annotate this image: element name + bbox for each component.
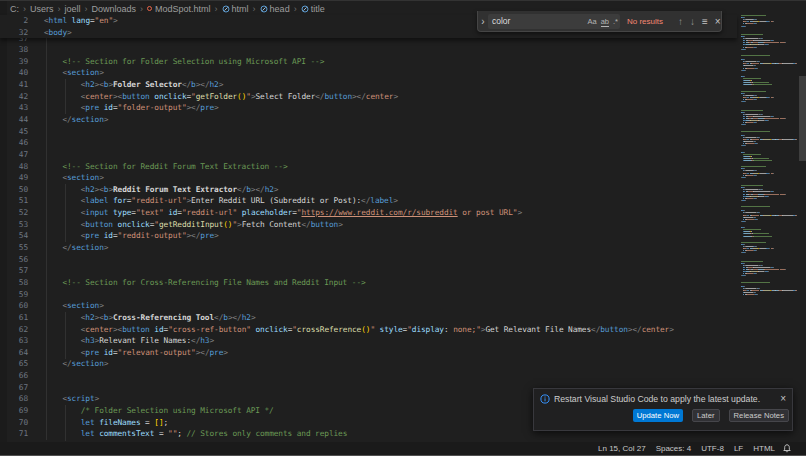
minimap-line (741, 261, 763, 262)
notification-message: Restart Visual Studio Code to apply the … (554, 394, 776, 404)
indent-guide (65, 405, 66, 441)
code-line[interactable]: 44 </section> (0, 114, 730, 126)
line-number: 58 (0, 278, 28, 287)
code-line[interactable]: 43 <pre id="folder-output"></pre> (0, 102, 730, 114)
minimap-line (753, 40, 770, 41)
minimap-line (782, 63, 792, 64)
match-case-icon[interactable]: Aa (587, 17, 596, 26)
find-input[interactable]: color Aa ab .* (488, 14, 620, 29)
breadcrumb-item-file[interactable]: ModSpot.html (155, 4, 211, 14)
line-number: 52 (0, 208, 28, 217)
minimap-line (746, 175, 753, 176)
notification-close-icon[interactable]: × (780, 393, 786, 404)
code-line[interactable]: 50 <h2><b>Reddit Forum Text Extractor</b… (0, 184, 730, 196)
line-number: 2 (0, 16, 28, 25)
code-line-content: <!-- Section for Reddit Forum Text Extra… (44, 162, 288, 171)
code-line[interactable]: 51 <label for="reddit-url">Enter Reddit … (0, 195, 730, 207)
breadcrumb-item[interactable]: joell (65, 4, 81, 14)
code-line-content: <section> (44, 301, 104, 310)
code-line[interactable]: 60 <section> (0, 300, 730, 312)
release-notes-button[interactable]: Release Notes (729, 409, 789, 422)
scrollbar[interactable] (799, 15, 806, 441)
status-item[interactable]: Ln 15, Col 27 (598, 444, 646, 453)
code-line[interactable]: 58 <!-- Section for Cross-Referencing Fi… (0, 277, 730, 289)
code-line-content: <section> (44, 173, 104, 182)
status-item[interactable]: HTML (753, 444, 775, 453)
code-line[interactable]: 45 (0, 125, 730, 137)
code-line[interactable]: 66 (0, 370, 730, 382)
symbol-element-icon (222, 5, 230, 15)
minimap-line (753, 194, 758, 195)
minimap-line (746, 198, 753, 199)
code-line[interactable]: 59 (0, 288, 730, 300)
minimap-line (746, 114, 758, 115)
status-item[interactable]: UTF-8 (701, 444, 724, 453)
find-in-selection-icon[interactable]: ≡ (702, 16, 708, 27)
code-line-content: <label for="reddit-url">Enter Reddit URL… (44, 196, 398, 205)
minimap-line (753, 42, 758, 43)
find-next-icon[interactable]: ↓ (690, 16, 695, 27)
code-line[interactable]: 65 </section> (0, 358, 730, 370)
breadcrumb-item[interactable]: Downloads (92, 4, 137, 14)
line-number: 54 (0, 231, 28, 240)
code-line[interactable]: 39 <!-- Section for Folder Selection usi… (0, 55, 730, 67)
code-line-content: <input type="text" id="reddit-url" place… (44, 208, 522, 217)
indent-guide (65, 312, 66, 359)
code-line-content: <center><button onclick="getFolder()">Se… (44, 92, 398, 101)
find-close-icon[interactable]: × (715, 16, 721, 27)
minimap-line (746, 23, 753, 24)
minimap-line (751, 290, 759, 291)
find-results-label: No results (627, 17, 671, 26)
code-line[interactable]: 57 (0, 265, 730, 277)
code-line[interactable]: 56 (0, 253, 730, 265)
regex-icon[interactable]: .* (613, 17, 618, 26)
code-line[interactable]: 52 <input type="text" id="reddit-url" pl… (0, 207, 730, 219)
code-line[interactable]: 53 <button onclick="getRedditInput()">Fe… (0, 218, 730, 230)
breadcrumb-item[interactable]: C: (10, 4, 19, 14)
minimap-line (741, 242, 767, 243)
code-line[interactable]: 61 <h2><b>Cross-Referencing Tool</b></h2… (0, 312, 730, 324)
find-previous-icon[interactable]: ↑ (678, 16, 683, 27)
code-line-content: <!-- Section for Folder Selection using … (44, 57, 324, 66)
update-now-button[interactable]: Update Now (633, 409, 683, 422)
breadcrumb-item-symbol[interactable]: title (311, 4, 325, 14)
scrollbar-slider[interactable] (799, 76, 806, 161)
line-number: 40 (0, 68, 28, 77)
code-line[interactable]: 47 (0, 149, 730, 161)
code-line[interactable]: 42 <center><button onclick="getFolder()"… (0, 90, 730, 102)
code-line[interactable]: 54 <pre id="reddit-output"></pre> (0, 230, 730, 242)
status-item[interactable]: LF (734, 444, 743, 453)
code-line[interactable]: 41 <h2><b>Folder Selector</b></h2> (0, 79, 730, 91)
code-line[interactable]: 64 <pre id="relevant-output"></pre> (0, 346, 730, 358)
line-number: 62 (0, 325, 28, 334)
later-button[interactable]: Later (692, 409, 720, 422)
minimap-line (746, 137, 756, 138)
find-query-text[interactable]: color (492, 16, 583, 26)
whole-word-icon[interactable]: ab (601, 17, 609, 26)
code-line[interactable]: 38 (0, 44, 730, 56)
code-line[interactable]: 48 <!-- Section for Reddit Forum Text Ex… (0, 160, 730, 172)
code-line[interactable]: 49 <section> (0, 172, 730, 184)
notifications-bell-icon[interactable] (783, 444, 791, 453)
code-line-content: <pre id="relevant-output"></pre> (44, 348, 228, 357)
vscode-window: C:›Users›joell›Downloads›ModSpot.html›ht… (0, 0, 806, 456)
minimap-line (746, 38, 758, 39)
code-line-content: <script> (44, 394, 99, 403)
find-expand-chevron-icon[interactable]: › (478, 16, 488, 27)
minimap-line (744, 141, 753, 142)
code-line[interactable]: 62 <center><button id="cross-ref-button"… (0, 323, 730, 335)
line-number: 39 (0, 57, 28, 66)
breadcrumb-item-symbol[interactable]: html (232, 4, 249, 14)
minimap-line (741, 166, 767, 167)
status-item[interactable]: Spaces: 4 (656, 444, 692, 453)
code-line[interactable]: 63 <h3>Relevant File Names:</h3> (0, 335, 730, 347)
breadcrumb-item[interactable]: Users (30, 4, 54, 14)
code-line[interactable]: 46 (0, 137, 730, 149)
minimap[interactable] (737, 15, 799, 441)
code-line[interactable]: 40 <section> (0, 67, 730, 79)
code-line[interactable]: 55 </section> (0, 242, 730, 254)
indent-guide (65, 184, 66, 242)
breadcrumb-item-symbol[interactable]: head (270, 4, 290, 14)
minimap-line (782, 139, 792, 140)
minimap-line (746, 122, 753, 123)
